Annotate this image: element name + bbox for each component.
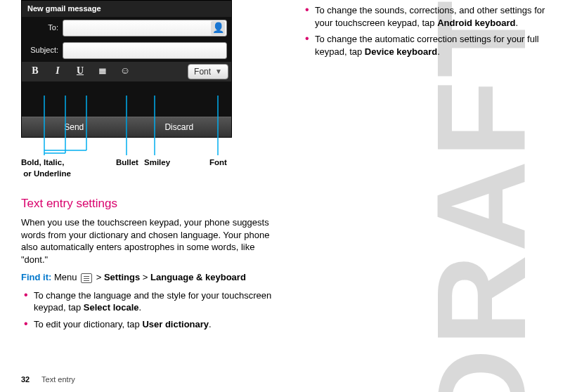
footer-section: Text entry bbox=[41, 375, 75, 384]
left-column: New gmail message To: 👤 Subject: B I U ≣… bbox=[21, 0, 274, 334]
contact-icon[interactable]: 👤 bbox=[211, 21, 225, 35]
lb1a: To change the language and the style for… bbox=[34, 290, 271, 313]
lb1c: . bbox=[139, 302, 142, 313]
find-it-langkb: Language & keyboard bbox=[150, 272, 246, 282]
page-footer: 32 Text entry bbox=[21, 374, 75, 385]
find-it-label: Find it: bbox=[21, 272, 51, 282]
left-bullet-2: To edit your dictionary, tap User dictio… bbox=[21, 318, 274, 331]
callout-font: Font bbox=[209, 157, 227, 169]
lb2a: To edit your dictionary, tap bbox=[34, 319, 142, 329]
callouts: Bold, Italic, or Underline Bullet Smiley… bbox=[21, 138, 274, 176]
subject-label: Subject: bbox=[26, 45, 58, 55]
find-it-text1: Menu bbox=[51, 272, 79, 282]
find-it-line: Find it: Menu > Settings > Language & ke… bbox=[21, 271, 274, 284]
find-it-settings: Settings bbox=[104, 272, 140, 282]
rb2b: Device keyboard bbox=[365, 46, 437, 57]
page: New gmail message To: 👤 Subject: B I U ≣… bbox=[0, 0, 570, 392]
rb2c: . bbox=[437, 46, 440, 57]
page-number: 32 bbox=[21, 375, 30, 384]
lb1b: Select locale bbox=[84, 302, 139, 313]
lb2c: . bbox=[209, 319, 212, 329]
find-it-gt2: > bbox=[140, 272, 150, 282]
section-title: Text entry settings bbox=[21, 196, 274, 212]
subject-input[interactable] bbox=[63, 42, 227, 59]
right-column: To change the sounds, corrections, and o… bbox=[302, 0, 548, 62]
right-bullets: To change the sounds, corrections, and o… bbox=[302, 4, 548, 58]
subject-row: Subject: bbox=[22, 39, 231, 62]
right-bullet-2: To change the automatic correction setti… bbox=[302, 33, 548, 58]
to-row: To: 👤 bbox=[22, 17, 231, 39]
lb2b: User dictionary bbox=[142, 319, 209, 329]
rb1b: Android keyboard bbox=[437, 18, 515, 28]
callout-bullet: Bullet bbox=[116, 157, 138, 169]
to-label: To: bbox=[26, 22, 58, 33]
callout-smiley: Smiley bbox=[144, 157, 170, 169]
rb1c: . bbox=[515, 18, 518, 28]
callout-biu: Bold, Italic, or Underline bbox=[21, 157, 71, 179]
left-bullets: To change the language and the style for… bbox=[21, 289, 274, 331]
right-bullet-1: To change the sounds, corrections, and o… bbox=[302, 4, 548, 29]
find-it-gt1: > bbox=[93, 272, 104, 282]
menu-icon bbox=[81, 273, 92, 283]
intro-paragraph: When you use the touchscreen keypad, you… bbox=[21, 216, 274, 266]
to-input[interactable]: 👤 bbox=[63, 20, 227, 37]
phone-window-title: New gmail message bbox=[22, 1, 231, 17]
left-bullet-1: To change the language and the style for… bbox=[21, 289, 274, 314]
